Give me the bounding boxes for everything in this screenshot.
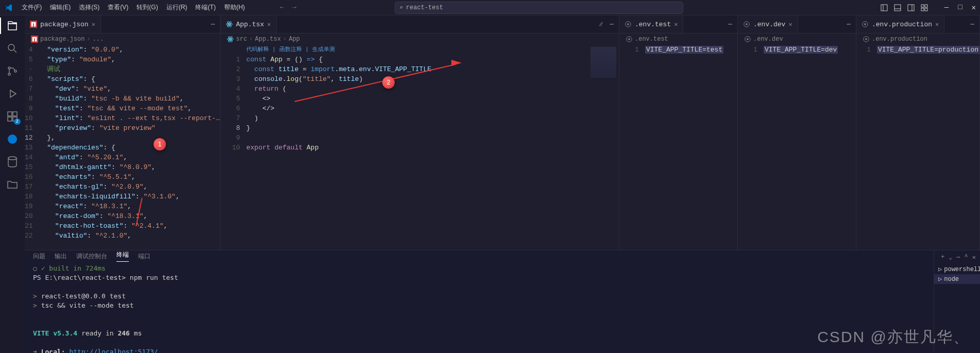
breadcrumb-item[interactable]: .env.production (872, 36, 927, 43)
activity-bar: 2 (0, 15, 25, 353)
breadcrumb-item[interactable]: src (236, 36, 247, 43)
breadcrumb[interactable]: src›App.tsx›App (221, 33, 619, 45)
breadcrumb[interactable]: package.json›... (25, 33, 220, 45)
svg-rect-9 (925, 8, 927, 11)
panel-tab[interactable]: 输出 (55, 252, 67, 261)
menu-item[interactable]: 转到(G) (132, 3, 162, 12)
terminal-line: VITE v5.3.4 ready in 246 ms (33, 329, 925, 338)
panel-tab[interactable]: 问题 (33, 252, 45, 261)
terminal-close-icon[interactable]: ✕ (972, 254, 976, 261)
svg-point-10 (8, 44, 14, 51)
panel-tab[interactable]: 端口 (138, 252, 150, 261)
split-editor-icon[interactable]: ⫽ (598, 21, 604, 28)
code-area[interactable]: 1VITE_APP_TITLE=dev (738, 45, 856, 250)
menu-item[interactable]: 查看(V) (104, 3, 132, 12)
line-number: 11 (25, 123, 33, 133)
code-text[interactable]: VITE_APP_TITLE=dev (764, 45, 856, 250)
breadcrumb[interactable]: .env.dev (738, 33, 856, 45)
editor-tab[interactable]: package.json✕ (25, 15, 101, 33)
more-icon[interactable]: ⋯ (847, 20, 851, 28)
layout-custom-icon[interactable] (921, 4, 928, 11)
panel-tab[interactable]: 调试控制台 (76, 252, 107, 261)
database-icon[interactable] (6, 156, 19, 168)
terminal-shell-item[interactable]: ▷ node (934, 274, 980, 284)
close-tab-icon[interactable]: ✕ (788, 21, 792, 28)
editor-tab[interactable]: .env.test✕ (619, 15, 683, 33)
terminal-maximize-icon[interactable]: ^ (965, 254, 968, 261)
close-tab-icon[interactable]: ✕ (674, 21, 678, 28)
menu-item[interactable]: 选择(S) (75, 3, 104, 12)
code-area[interactable]: 1VITE_APP_TITLE=test (619, 45, 737, 250)
nav-back-icon[interactable]: ← (280, 4, 284, 11)
close-tab-icon[interactable]: ✕ (267, 21, 271, 28)
close-tab-icon[interactable]: ✕ (935, 21, 939, 28)
code-text[interactable]: "version": "0.0.0", "type": "module", 调试… (39, 45, 220, 250)
menu-item[interactable]: 文件(F) (18, 3, 46, 12)
annotation-arrowhead (451, 58, 462, 68)
menu-item[interactable]: 编辑(E) (46, 3, 75, 12)
breadcrumb-item[interactable]: App.tsx (255, 36, 281, 43)
terminal-dropdown-icon[interactable]: ⌄ (949, 254, 952, 261)
editor-tab[interactable]: .env.production✕ (856, 15, 944, 33)
code-area[interactable]: 45·678910111213141516171819202122 "versi… (25, 45, 220, 250)
svg-point-35 (628, 38, 630, 40)
breadcrumb-item[interactable]: App (289, 36, 300, 43)
tab-label: App.tsx (236, 21, 264, 28)
breadcrumb-item[interactable]: .env.dev (753, 36, 783, 43)
more-icon[interactable]: ⋯ (728, 20, 732, 28)
nav-forward-icon[interactable]: → (292, 4, 296, 11)
more-icon[interactable]: ⋯ (610, 20, 614, 28)
code-text[interactable]: 代码解释 | 函数注释 | 生成单测const App = () => { co… (246, 45, 588, 250)
terminal-more-icon[interactable]: ⋯ (956, 254, 960, 261)
command-center-search[interactable]: ⌕ react-test (395, 2, 683, 14)
breadcrumb-item[interactable]: ... (93, 36, 104, 43)
search-activity-icon[interactable] (6, 42, 19, 55)
line-number: 10 (221, 143, 240, 153)
line-number: 3 (221, 74, 240, 84)
menu-item[interactable]: 终端(T) (191, 3, 219, 12)
more-icon[interactable]: ⋯ (211, 20, 215, 28)
breadcrumb-item[interactable]: package.json (40, 36, 85, 43)
layout-right-icon[interactable] (907, 4, 915, 11)
code-line: return ( (246, 84, 588, 94)
terminal-body[interactable]: ○ ✓ built in 724msPS E:\react\react-test… (25, 262, 934, 353)
extensions-icon[interactable]: 2 (6, 110, 19, 123)
minimize-icon[interactable]: — (944, 3, 949, 12)
terminal-shell-icon: ▷ (938, 275, 942, 283)
code-text[interactable]: VITE_APP_TITLE=production (877, 45, 979, 250)
line-number: 19 (25, 201, 33, 211)
codelens[interactable]: 代码解释 | 函数注释 | 生成单测 (246, 45, 588, 55)
maximize-icon[interactable]: □ (958, 3, 962, 12)
code-line: "echarts-liquidfill": "^3.1.0", (39, 192, 220, 201)
menu-item[interactable]: 运行(R) (162, 3, 192, 12)
source-control-icon[interactable] (6, 65, 19, 77)
folder-icon[interactable] (6, 178, 19, 191)
code-area[interactable]: 12345678910代码解释 | 函数注释 | 生成单测const App =… (221, 45, 619, 250)
run-debug-icon[interactable] (6, 88, 19, 100)
terminal-new-icon[interactable]: + (941, 254, 944, 261)
layout-left-icon[interactable] (881, 4, 888, 11)
terminal-shell-item[interactable]: ▷ powershell (934, 264, 980, 274)
svg-rect-17 (13, 112, 17, 116)
code-text[interactable]: VITE_APP_TITLE=test (645, 45, 737, 250)
panel-tab[interactable]: 终端 (116, 250, 129, 262)
explorer-icon[interactable] (6, 20, 19, 32)
watermark: CSDN @亦世凡华、 (817, 327, 970, 348)
menu-item[interactable]: 帮助(H) (220, 3, 249, 12)
layout-controls: — □ ✕ (881, 3, 976, 12)
more-icon[interactable]: ⋯ (970, 20, 974, 28)
editor-tab[interactable]: .env.dev✕ (738, 15, 798, 33)
editor-tab[interactable]: App.tsx✕ (221, 15, 277, 33)
edge-tools-icon[interactable] (6, 133, 19, 145)
breadcrumb[interactable]: .env.test (619, 33, 737, 45)
line-number: 6 (25, 74, 33, 84)
breadcrumb[interactable]: .env.production (856, 33, 979, 45)
terminal-line (33, 310, 925, 320)
close-icon[interactable]: ✕ (972, 3, 976, 12)
line-number: 9 (25, 104, 33, 113)
close-tab-icon[interactable]: ✕ (92, 21, 95, 28)
layout-bottom-icon[interactable] (894, 4, 901, 11)
code-area[interactable]: 1VITE_APP_TITLE=production (856, 45, 979, 250)
breadcrumb-item[interactable]: .env.test (635, 36, 668, 43)
minimap[interactable] (588, 45, 619, 250)
